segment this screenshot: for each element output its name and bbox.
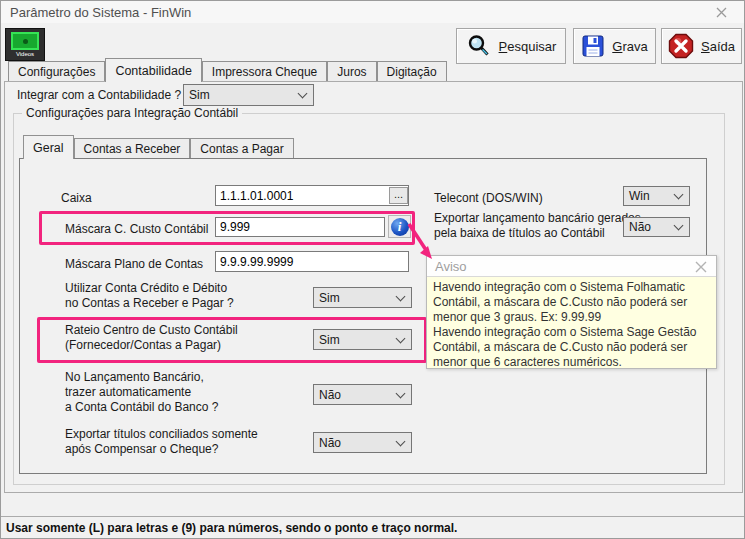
chevron-down-icon [674,221,684,231]
videos-button-label: Videos [16,50,34,58]
chevron-down-icon [298,89,308,99]
tab-configuracoes[interactable]: Configurações [8,61,105,81]
mascara-plano-input[interactable] [215,251,409,272]
caixa-browse-button[interactable]: ... [389,187,408,204]
exportar-bancario-select[interactable]: Não [623,217,690,237]
telecont-select[interactable]: Win [623,186,690,206]
chevron-down-icon [674,190,684,200]
saida-button[interactable]: Saída [661,28,742,64]
lancamento-select[interactable]: Não [313,384,412,405]
status-bar: Usar somente (L) para letras e (9) para … [1,516,745,539]
close-icon [716,7,727,18]
telecont-label: Telecont (DOS/WIN) [434,191,543,206]
aviso-paragraph-2: Havendo integração com o Sistema Sage Ge… [433,325,710,370]
tab-geral[interactable]: Geral [23,135,74,159]
aviso-close-button[interactable] [692,258,710,276]
groupbox-title: Configurações para Integração Contábil [22,106,242,120]
mascara-plano-label: Máscara Plano de Contas [65,257,203,272]
saida-label: Saída [701,39,735,54]
pesquisar-button[interactable]: Pesquisar [456,28,566,64]
utilizar-label: Utilizar Conta Crédito e Débito no Conta… [65,281,234,311]
tab-contas-a-receber[interactable]: Contas a Receber [74,138,191,158]
caixa-label: Caixa [61,191,92,206]
save-floppy-icon [581,34,605,58]
telecont-value: Win [624,189,675,203]
utilizar-select[interactable]: Sim [313,287,412,308]
chevron-down-icon [396,388,406,398]
aviso-body: Havendo integração com o Sistema Folhama… [427,277,716,373]
info-icon: i [391,218,409,236]
aviso-paragraph-1: Havendo integração com o Sistema Folhama… [433,280,710,325]
exportar-bancario-value: Não [624,220,675,234]
chevron-down-icon [396,333,406,343]
grava-label: Grava [612,39,647,54]
tab-contas-a-pagar[interactable]: Contas a Pagar [190,138,293,158]
title-bar: Parâmetro do Sistema - FinWin [1,1,744,23]
mascara-custo-input[interactable] [215,217,385,237]
lancamento-label: No Lançamento Bancário, trazer automatic… [65,370,218,415]
pesquisar-label: Pesquisar [499,39,557,54]
search-icon [466,33,492,59]
tab-digitacao[interactable]: Digitação [377,61,447,81]
tab-impressora-cheque[interactable]: Impressora Cheque [202,61,327,81]
videos-button[interactable]: Videos [5,28,45,61]
exportar-bancario-label: Exportar lançamento bancário gerados pel… [434,211,641,241]
exportar-titulos-label: Exportar títulos conciliados somente apó… [65,427,258,457]
close-icon [692,258,710,276]
video-screen-icon [11,32,39,50]
exit-stop-icon [668,33,694,59]
aviso-popup: Aviso Havendo integração com o Sistema F… [426,255,717,369]
parametro-sistema-window: Parâmetro do Sistema - FinWin Videos Pes… [0,0,745,539]
status-text: Usar somente (L) para letras e (9) para … [6,521,457,535]
mascara-custo-info-button[interactable]: i [388,215,411,238]
rateio-select[interactable]: Sim [313,329,412,350]
lancamento-value: Não [314,388,397,402]
exportar-titulos-value: Não [314,436,397,450]
grava-button[interactable]: Grava [573,28,656,64]
integrar-label: Integrar com a Contabilidade ? [17,88,181,103]
main-tabstrip: Configurações Contabilidade Impressora C… [8,58,447,82]
mascara-custo-label: Máscara C. Custo Contábil [65,222,208,237]
integrar-select[interactable]: Sim [183,84,314,106]
window-title: Parâmetro do Sistema - FinWin [10,5,191,20]
tab-contabilidade[interactable]: Contabilidade [105,58,201,82]
aviso-title: Aviso [435,259,467,274]
window-close-button[interactable] [699,1,744,23]
caixa-input[interactable] [215,185,409,206]
utilizar-value: Sim [314,291,397,305]
inner-tabstrip: Geral Contas a Receber Contas a Pagar [23,135,294,159]
exportar-titulos-select[interactable]: Não [313,432,412,453]
aviso-titlebar: Aviso [427,256,716,277]
integrar-value: Sim [184,88,299,102]
rateio-value: Sim [314,333,397,347]
chevron-down-icon [396,291,406,301]
chevron-down-icon [396,436,406,446]
rateio-label: Rateio Centro de Custo Contábil (Fornece… [65,323,238,353]
tab-juros[interactable]: Juros [327,61,376,81]
